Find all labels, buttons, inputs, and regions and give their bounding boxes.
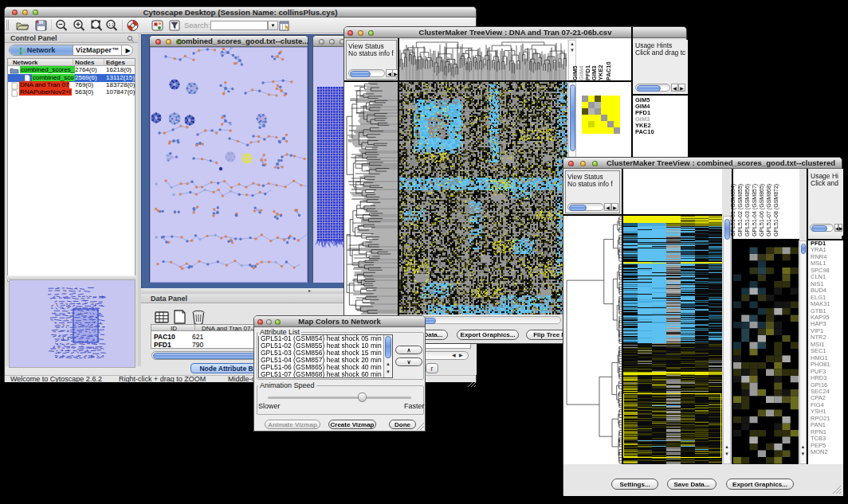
svg-text:1:1: 1:1 xyxy=(108,22,114,27)
